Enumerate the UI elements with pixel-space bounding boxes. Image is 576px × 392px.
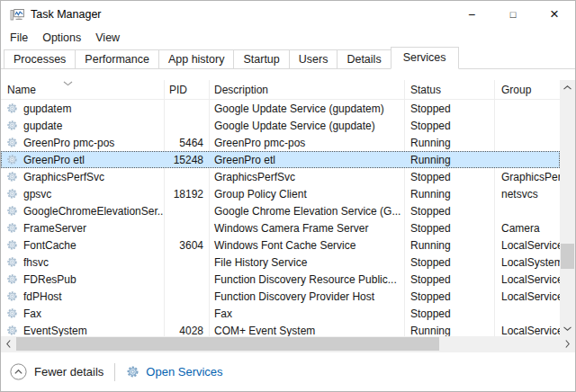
tab[interactable]: Processes [4, 49, 76, 69]
horizontal-scrollbar[interactable] [1, 336, 575, 352]
table-header: Name PID Description Status Group [1, 80, 560, 100]
service-pid: 5464 [164, 137, 209, 149]
tab[interactable]: Users [289, 49, 338, 69]
service-gear-icon [6, 239, 18, 251]
service-pid: 4028 [164, 325, 209, 337]
service-description: Windows Font Cache Service [209, 239, 404, 252]
service-group: LocalService [494, 290, 560, 303]
service-description: Windows Camera Frame Server [209, 222, 404, 235]
vertical-scroll-thumb[interactable] [561, 244, 574, 269]
service-status: Stopped [404, 290, 494, 303]
title-bar: Task Manager − □ × [1, 1, 575, 28]
table-row[interactable]: GraphicsPerfSvc GraphicsPerfSvc Stopped … [1, 168, 560, 185]
service-pid: 15248 [164, 154, 209, 166]
maximize-button[interactable]: □ [492, 1, 534, 28]
fewer-details-button[interactable]: Fewer details [10, 363, 104, 380]
tab-strip: Processes Performance App history Startu… [1, 47, 575, 69]
service-gear-icon [6, 273, 18, 285]
close-button[interactable]: × [534, 1, 575, 28]
table-row[interactable]: EventSystem 4028 COM+ Event System Runni… [1, 322, 560, 336]
service-description: Google Chrome Elevation Service (G... [209, 205, 404, 218]
footer-divider [114, 363, 115, 381]
service-description: GreenPro pmc-pos [209, 137, 404, 149]
scroll-up-icon [563, 85, 572, 90]
service-status: Stopped [404, 307, 494, 320]
service-gear-icon [6, 222, 18, 234]
scroll-right-button[interactable] [560, 336, 575, 352]
service-name: gupdatem [23, 102, 71, 115]
service-name: gpsvc [23, 188, 51, 200]
service-status: Stopped [404, 256, 494, 269]
menu-item[interactable]: View [88, 31, 127, 44]
table-row[interactable]: Fax Fax Stopped [1, 305, 560, 322]
service-description: COM+ Event System [209, 325, 404, 337]
service-gear-icon [6, 171, 18, 183]
maximize-icon: □ [510, 9, 517, 20]
open-services-link[interactable]: Open Services [126, 365, 222, 379]
tab[interactable]: Services [391, 47, 459, 69]
menu-item[interactable]: Options [35, 31, 88, 44]
service-group: LocalService [494, 239, 560, 252]
service-status: Stopped [404, 171, 494, 183]
table-row[interactable]: gpsvc 18192 Group Policy Client Running … [1, 185, 560, 202]
tab[interactable]: Performance [75, 49, 159, 69]
scroll-down-button[interactable] [560, 321, 575, 336]
table-row[interactable]: gupdate Google Update Service (gupdate) … [1, 117, 560, 134]
table-row[interactable]: GreenPro pmc-pos 5464 GreenPro pmc-pos R… [1, 134, 560, 151]
service-description: Function Discovery Provider Host [209, 290, 404, 303]
scroll-up-button[interactable] [560, 80, 575, 95]
service-gear-icon [6, 290, 18, 302]
service-gear-icon [6, 256, 18, 268]
table-row[interactable]: GreenPro etl 15248 GreenPro etl Running [1, 151, 560, 168]
minimize-button[interactable]: − [451, 1, 492, 28]
service-name: Fax [23, 307, 41, 320]
service-status: Running [404, 154, 494, 166]
service-name: GreenPro etl [23, 154, 85, 166]
table-row[interactable]: FrameServer Windows Camera Frame Server … [1, 219, 560, 236]
service-name: EventSystem [23, 325, 87, 337]
column-header-pid[interactable]: PID [164, 84, 209, 96]
table-row[interactable]: GoogleChromeElevationSer... Google Chrom… [1, 202, 560, 219]
service-gear-icon [6, 307, 18, 319]
service-name: GoogleChromeElevationSer... [23, 205, 164, 218]
service-name: fdPHost [23, 290, 62, 303]
column-header-status[interactable]: Status [404, 84, 494, 96]
table-row[interactable]: fdPHost Function Discovery Provider Host… [1, 288, 560, 305]
service-group: LocalService [494, 325, 560, 337]
table-row[interactable]: FDResPub Function Discovery Resource Pub… [1, 271, 560, 288]
tab[interactable]: Startup [233, 49, 289, 69]
service-gear-icon [6, 188, 18, 200]
service-gear-icon [6, 102, 18, 114]
column-header-name[interactable]: Name [1, 84, 164, 96]
table-row[interactable]: gupdatem Google Update Service (gupdatem… [1, 100, 560, 117]
service-name: FontCache [23, 239, 76, 252]
service-status: Running [404, 137, 494, 149]
scroll-left-button[interactable] [1, 336, 16, 352]
service-gear-icon [6, 120, 18, 131]
service-group: GraphicsPerfS [494, 171, 560, 183]
vertical-scrollbar[interactable] [560, 80, 575, 336]
services-gear-icon [126, 365, 140, 379]
tab[interactable]: Details [337, 49, 391, 69]
table-row[interactable]: fhsvc File History Service Stopped Local… [1, 254, 560, 271]
tab[interactable]: App history [158, 49, 235, 69]
service-name: FDResPub [23, 273, 76, 286]
service-name: FrameServer [23, 222, 86, 235]
column-header-description[interactable]: Description [209, 84, 404, 96]
service-status: Stopped [404, 205, 494, 218]
service-group: Camera [494, 222, 560, 235]
service-status: Stopped [404, 102, 494, 115]
column-header-group[interactable]: Group [494, 84, 560, 96]
service-description: Fax [209, 307, 404, 320]
menu-item[interactable]: File [3, 31, 35, 44]
service-description: Google Update Service (gupdatem) [209, 102, 404, 115]
table-body: gupdatem Google Update Service (gupdatem… [1, 100, 560, 336]
service-status: Running [404, 325, 494, 337]
service-gear-icon [6, 205, 18, 217]
service-description: GreenPro etl [209, 154, 404, 166]
horizontal-scroll-thumb[interactable] [16, 337, 439, 351]
service-description: Google Update Service (gupdate) [209, 120, 404, 132]
service-name: fhsvc [23, 256, 49, 269]
footer-bar: Fewer details Open Services [1, 352, 575, 391]
table-row[interactable]: FontCache 3604 Windows Font Cache Servic… [1, 236, 560, 254]
